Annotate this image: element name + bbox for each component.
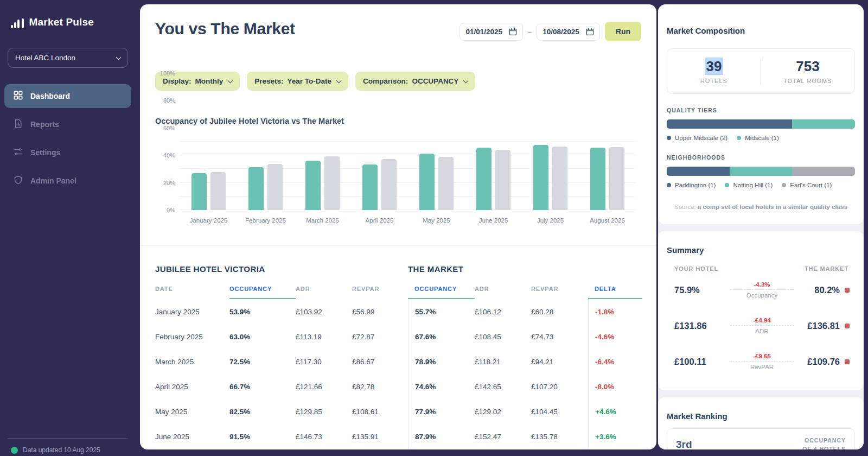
date-range-separator: – bbox=[528, 28, 532, 36]
sidebar-item-settings[interactable]: Settings bbox=[4, 141, 131, 164]
stat-hotels: 39HOTELS bbox=[667, 58, 761, 84]
column-header-occupancy[interactable]: OCCUPANCY bbox=[229, 286, 296, 299]
stat-label: TOTAL ROOMS bbox=[761, 78, 854, 84]
sidebar-item-dashboard[interactable]: Dashboard bbox=[4, 84, 131, 108]
market-ranking-title: Market Ranking bbox=[667, 411, 855, 421]
column-header-revpar[interactable]: REVPAR bbox=[352, 286, 398, 299]
bar-segment bbox=[667, 167, 730, 176]
highlighted-value: 39 bbox=[705, 58, 724, 75]
x-axis-label: January 2025 bbox=[180, 217, 237, 224]
app-logo: Market Pulse bbox=[0, 0, 136, 28]
bar-chart-logo-icon bbox=[11, 18, 24, 28]
market-value-text: 80.2% bbox=[814, 285, 840, 295]
bar-the-market bbox=[495, 150, 510, 210]
table-cell: January 2025 bbox=[155, 299, 229, 324]
rank-scope: OF 4 HOTELS bbox=[802, 445, 846, 449]
sidebar-item-admin-panel[interactable]: Admin Panel bbox=[4, 169, 131, 193]
stat-label: HOTELS bbox=[667, 78, 761, 84]
metric-label: ADR bbox=[730, 328, 794, 334]
main-content: You vs The Market 01/01/2025 – 10/08/202… bbox=[140, 4, 656, 449]
rank-value: 3rd bbox=[676, 439, 692, 449]
sidebar-item-reports[interactable]: Reports bbox=[4, 112, 131, 136]
delta-block: -4.3%Occupancy bbox=[730, 281, 794, 299]
table-cell: May 2025 bbox=[155, 399, 229, 424]
table-cell: 66.7% bbox=[229, 374, 296, 399]
bar-the-market bbox=[609, 147, 624, 210]
table-cell: 77.9% bbox=[408, 399, 475, 424]
market-table: THE MARKET OCCUPANCYADRREVPARDELTA55.7%£… bbox=[408, 264, 642, 449]
chart-plot: 0%20%40%60%80%100% bbox=[180, 142, 636, 210]
table-cell: 53.9% bbox=[229, 299, 296, 324]
table-cell: £121.66 bbox=[296, 374, 352, 399]
summary-row-revpar: £100.11-£9.65RevPAR£109.76 bbox=[667, 344, 855, 379]
summary-title: Summary bbox=[667, 245, 855, 255]
summary-rows: 75.9%-4.3%Occupancy80.2%£131.86-£4.94ADR… bbox=[667, 272, 855, 379]
chart-title: Occupancy of Jubilee Hotel Victoria vs T… bbox=[155, 117, 641, 125]
table-cell: +4.6% bbox=[588, 399, 642, 424]
filter-pill-presets[interactable]: Presets:Year To-Date bbox=[247, 72, 348, 91]
neighborhoods-label: NEIGHBORHOODS bbox=[667, 154, 855, 161]
y-axis-tick: 40% bbox=[163, 152, 175, 159]
chart-bars bbox=[180, 142, 636, 210]
bar-the-market bbox=[381, 159, 397, 210]
bar-group bbox=[522, 142, 579, 210]
run-button[interactable]: Run bbox=[605, 22, 641, 41]
table-cell: £56.99 bbox=[352, 299, 398, 324]
table-cell: -4.6% bbox=[588, 324, 642, 349]
calendar-icon bbox=[586, 28, 594, 36]
table-cell: £129.02 bbox=[475, 399, 531, 424]
legend-label: Paddington (1) bbox=[675, 182, 716, 188]
legend-dot-icon bbox=[737, 136, 741, 140]
market-marker-icon bbox=[845, 288, 850, 293]
column-header-adr[interactable]: ADR bbox=[296, 286, 352, 299]
y-axis-tick: 100% bbox=[160, 70, 175, 77]
summary-row-occupancy: 75.9%-4.3%Occupancy80.2% bbox=[667, 272, 855, 308]
table-cell: -8.0% bbox=[588, 374, 642, 399]
stat-total-rooms: 753TOTAL ROOMS bbox=[761, 58, 854, 84]
date-to-input[interactable]: 10/08/2025 bbox=[537, 23, 600, 41]
filter-label: Comparison: bbox=[363, 77, 408, 85]
table-cell: 78.9% bbox=[408, 349, 475, 374]
filter-value: Monthly bbox=[195, 77, 224, 85]
hotel-selector[interactable]: Hotel ABC London bbox=[8, 48, 128, 68]
table-cell: April 2025 bbox=[155, 374, 229, 399]
market-marker-icon bbox=[845, 359, 850, 364]
stat-value: 39 bbox=[667, 58, 761, 75]
your-hotel-value: £131.86 bbox=[674, 321, 730, 331]
metric-label: Occupancy bbox=[730, 292, 794, 299]
column-header-delta[interactable]: DELTA bbox=[588, 286, 642, 299]
legend-dot-icon bbox=[667, 136, 671, 140]
sidebar-item-label: Reports bbox=[30, 120, 59, 129]
bar-jubilee-hotel-victoria bbox=[590, 148, 605, 210]
bar-group bbox=[294, 142, 351, 210]
bar-group bbox=[465, 142, 522, 210]
bar-segment bbox=[792, 119, 855, 129]
date-from-input[interactable]: 01/01/2025 bbox=[459, 23, 523, 41]
metric-label: RevPAR bbox=[730, 364, 794, 370]
bar-the-market bbox=[552, 147, 567, 210]
y-axis-tick: 0% bbox=[167, 207, 175, 213]
x-axis-label: June 2025 bbox=[465, 217, 522, 224]
legend-item: Midscale (1) bbox=[737, 135, 779, 141]
bar-group bbox=[237, 142, 294, 210]
sliders-icon bbox=[14, 147, 23, 158]
table-cell: £129.85 bbox=[296, 399, 352, 424]
sidebar-item-label: Settings bbox=[30, 148, 60, 157]
delta-block: -£9.65RevPAR bbox=[730, 353, 794, 370]
market-ranking-panel: Market Ranking 3rdOCCUPANCYOF 4 HOTELS3r… bbox=[658, 397, 864, 449]
ranking-card-occupancy: 3rdOCCUPANCYOF 4 HOTELS bbox=[667, 428, 855, 449]
summary-row-adr: £131.86-£4.94ADR£136.81 bbox=[667, 308, 855, 344]
sidebar-item-label: Admin Panel bbox=[30, 176, 76, 185]
right-panel: Market Composition 39HOTELS753TOTAL ROOM… bbox=[658, 4, 864, 449]
column-header-occupancy[interactable]: OCCUPANCY bbox=[408, 286, 475, 299]
column-header-revpar[interactable]: REVPAR bbox=[531, 286, 588, 299]
legend-label: Notting Hill (1) bbox=[733, 182, 773, 188]
column-header-date[interactable]: DATE bbox=[155, 286, 229, 299]
filter-pill-comparison[interactable]: Comparison:OCCUPANCY bbox=[355, 72, 475, 91]
bar-jubilee-hotel-victoria bbox=[362, 164, 378, 210]
x-axis-label: May 2025 bbox=[408, 217, 465, 224]
chevron-down-icon bbox=[463, 78, 469, 83]
comparison-tables: JUBILEE HOTEL VICTORIA DATEOCCUPANCYADRR… bbox=[155, 246, 641, 449]
column-header-adr[interactable]: ADR bbox=[475, 286, 531, 299]
dashed-divider bbox=[730, 289, 794, 290]
